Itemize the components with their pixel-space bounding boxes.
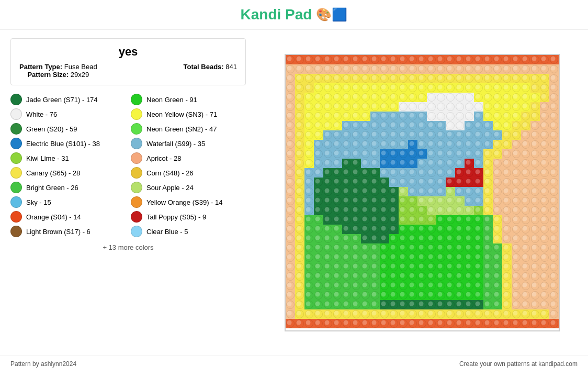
color-item: Neon Yellow (SN3) - 71 xyxy=(131,108,246,120)
color-item: Sour Apple - 24 xyxy=(131,182,246,193)
color-label: Neon Green - 91 xyxy=(146,96,197,104)
color-label: Apricot - 28 xyxy=(146,154,181,162)
logo: Kandi Pad xyxy=(241,6,312,23)
color-swatch xyxy=(10,196,22,208)
color-label: Yellow Orange (S39) - 14 xyxy=(146,198,223,206)
header: Kandi Pad 🎨🟦 xyxy=(0,0,588,30)
color-item: Jade Green (S71) - 174 xyxy=(10,94,126,105)
color-item: Waterfall (S99) - 35 xyxy=(131,138,246,149)
color-label: Corn (S48) - 26 xyxy=(146,169,194,177)
color-item: Clear Blue - 5 xyxy=(131,226,246,237)
color-item: Kiwi Lime - 31 xyxy=(10,152,126,164)
color-swatch xyxy=(10,123,22,135)
color-swatch xyxy=(131,152,142,164)
color-swatch xyxy=(131,108,142,120)
color-swatch xyxy=(131,226,142,237)
color-item: Neon Green - 91 xyxy=(131,94,246,105)
footer: Pattern by ashlynn2024 Create your own p… xyxy=(0,356,588,372)
color-label: Electric Blue (S101) - 38 xyxy=(26,140,100,148)
color-item: Yellow Orange (S39) - 14 xyxy=(131,196,246,208)
color-label: Orange (S04) - 14 xyxy=(26,213,81,221)
color-label: White - 76 xyxy=(26,110,57,118)
pattern-title: yes xyxy=(19,45,237,59)
color-label: Neon Green (SN2) - 47 xyxy=(146,125,217,133)
color-swatch xyxy=(131,123,142,135)
color-swatch xyxy=(10,182,22,193)
color-item: Sky - 15 xyxy=(10,196,126,208)
pattern-total: Total Beads: 841 xyxy=(184,63,237,79)
color-item: Electric Blue (S101) - 38 xyxy=(10,138,126,149)
color-item: Bright Green - 26 xyxy=(10,182,126,193)
color-grid: Jade Green (S71) - 174 Neon Green - 91 W… xyxy=(10,94,246,251)
color-label: Waterfall (S99) - 35 xyxy=(146,140,205,148)
logo-kandi: Kandi xyxy=(241,6,281,23)
color-label: Canary (S65) - 28 xyxy=(26,169,80,177)
color-label: Light Brown (S17) - 6 xyxy=(26,228,91,236)
color-item: Orange (S04) - 14 xyxy=(10,211,126,223)
color-swatch xyxy=(131,167,142,179)
color-item: Apricot - 28 xyxy=(131,152,246,164)
pattern-meta: Pattern Type: Fuse Bead Pattern Size: 29… xyxy=(19,63,237,79)
color-item: Corn (S48) - 26 xyxy=(131,167,246,179)
color-swatch xyxy=(131,211,142,223)
color-label: Sour Apple - 24 xyxy=(146,184,194,192)
color-swatch xyxy=(10,94,22,105)
color-swatch xyxy=(10,211,22,223)
pattern-info-box: yes Pattern Type: Fuse Bead Pattern Size… xyxy=(10,38,246,85)
color-label: Jade Green (S71) - 174 xyxy=(26,96,98,104)
color-swatch xyxy=(131,196,142,208)
color-item: Tall Poppy (S05) - 9 xyxy=(131,211,246,223)
color-swatch xyxy=(10,108,22,120)
color-label: Neon Yellow (SN3) - 71 xyxy=(146,110,217,118)
color-swatch xyxy=(10,226,22,237)
color-label: Bright Green - 26 xyxy=(26,184,78,192)
left-panel: yes Pattern Type: Fuse Bead Pattern Size… xyxy=(0,30,256,356)
color-item: Canary (S65) - 28 xyxy=(10,167,126,179)
logo-icon: 🎨🟦 xyxy=(316,7,347,22)
logo-pad: Pad xyxy=(285,6,312,23)
color-item: Light Brown (S17) - 6 xyxy=(10,226,126,237)
main-layout: yes Pattern Type: Fuse Bead Pattern Size… xyxy=(0,30,588,356)
color-item: Neon Green (SN2) - 47 xyxy=(131,123,246,135)
color-label: Clear Blue - 5 xyxy=(146,228,188,236)
color-swatch xyxy=(10,138,22,149)
color-label: Tall Poppy (S05) - 9 xyxy=(146,213,206,221)
bead-canvas xyxy=(286,55,559,328)
color-swatch xyxy=(131,94,142,105)
color-label: Kiwi Lime - 31 xyxy=(26,154,69,162)
footer-left: Pattern by ashlynn2024 xyxy=(10,360,76,368)
right-panel xyxy=(256,30,588,356)
footer-right: Create your own patterns at kandipad.com xyxy=(459,360,578,368)
pattern-type: Pattern Type: Fuse Bead Pattern Size: 29… xyxy=(19,63,97,79)
color-swatch xyxy=(131,182,142,193)
more-colors: + 13 more colors xyxy=(10,243,246,251)
bead-grid-container xyxy=(285,54,560,331)
color-swatch xyxy=(10,152,22,164)
color-label: Green (S20) - 59 xyxy=(26,125,77,133)
color-swatch xyxy=(131,138,142,149)
color-swatch xyxy=(10,167,22,179)
color-item: Green (S20) - 59 xyxy=(10,123,126,135)
color-label: Sky - 15 xyxy=(26,198,51,206)
color-item: White - 76 xyxy=(10,108,126,120)
